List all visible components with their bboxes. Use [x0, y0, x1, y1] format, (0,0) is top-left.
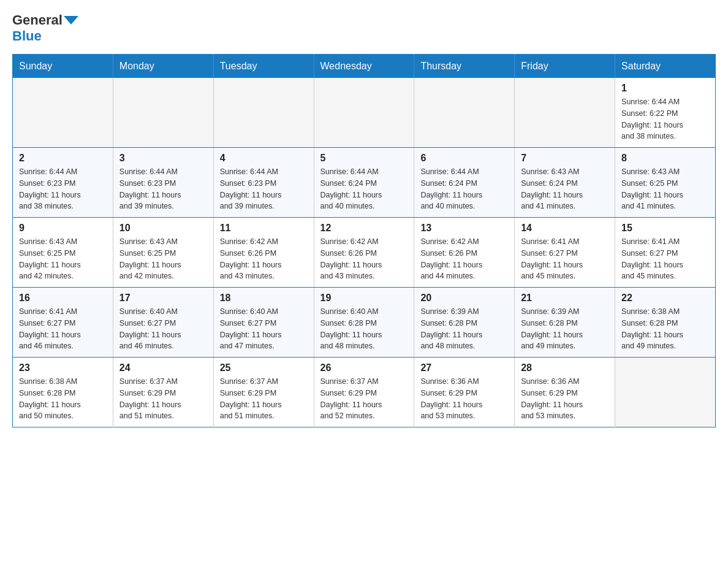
day-number: 13 [420, 223, 508, 234]
calendar-day-cell [314, 78, 414, 148]
day-sun-info: Sunrise: 6:43 AM Sunset: 6:24 PM Dayligh… [521, 166, 609, 212]
day-sun-info: Sunrise: 6:41 AM Sunset: 6:27 PM Dayligh… [621, 236, 709, 282]
calendar-day-cell: 25Sunrise: 6:37 AM Sunset: 6:29 PM Dayli… [213, 358, 314, 427]
day-number: 17 [119, 293, 207, 304]
day-number: 1 [621, 83, 709, 94]
day-number: 12 [320, 223, 408, 234]
calendar-header-row: SundayMondayTuesdayWednesdayThursdayFrid… [13, 55, 716, 79]
day-sun-info: Sunrise: 6:43 AM Sunset: 6:25 PM Dayligh… [119, 236, 207, 282]
day-number: 25 [220, 362, 308, 373]
day-of-week-header: Wednesday [314, 55, 414, 79]
calendar-day-cell: 17Sunrise: 6:40 AM Sunset: 6:27 PM Dayli… [113, 288, 213, 358]
calendar-day-cell: 13Sunrise: 6:42 AM Sunset: 6:26 PM Dayli… [414, 218, 515, 288]
day-sun-info: Sunrise: 6:44 AM Sunset: 6:22 PM Dayligh… [621, 96, 709, 142]
calendar-day-cell [414, 78, 515, 148]
day-sun-info: Sunrise: 6:40 AM Sunset: 6:28 PM Dayligh… [320, 306, 408, 352]
day-number: 8 [621, 153, 709, 164]
day-number: 16 [19, 293, 107, 304]
calendar-day-cell: 5Sunrise: 6:44 AM Sunset: 6:24 PM Daylig… [314, 148, 414, 218]
day-sun-info: Sunrise: 6:40 AM Sunset: 6:27 PM Dayligh… [119, 306, 207, 352]
day-number: 7 [521, 153, 609, 164]
day-sun-info: Sunrise: 6:44 AM Sunset: 6:24 PM Dayligh… [320, 166, 408, 212]
day-of-week-header: Saturday [615, 55, 716, 79]
day-sun-info: Sunrise: 6:40 AM Sunset: 6:27 PM Dayligh… [220, 306, 308, 352]
day-sun-info: Sunrise: 6:44 AM Sunset: 6:23 PM Dayligh… [220, 166, 308, 212]
calendar-day-cell: 26Sunrise: 6:37 AM Sunset: 6:29 PM Dayli… [314, 358, 414, 427]
page-header: General Blue [12, 12, 716, 44]
day-number: 20 [420, 293, 508, 304]
day-of-week-header: Monday [113, 55, 213, 79]
calendar-day-cell: 28Sunrise: 6:36 AM Sunset: 6:29 PM Dayli… [515, 358, 615, 427]
calendar-day-cell [13, 78, 113, 148]
calendar-day-cell [515, 78, 615, 148]
day-sun-info: Sunrise: 6:39 AM Sunset: 6:28 PM Dayligh… [420, 306, 508, 352]
day-number: 26 [320, 362, 408, 373]
day-sun-info: Sunrise: 6:44 AM Sunset: 6:23 PM Dayligh… [119, 166, 207, 212]
day-number: 3 [119, 153, 207, 164]
day-number: 4 [220, 153, 308, 164]
calendar-day-cell [213, 78, 314, 148]
day-of-week-header: Thursday [414, 55, 515, 79]
day-number: 9 [19, 223, 107, 234]
logo-blue-text: Blue [12, 28, 42, 44]
day-number: 19 [320, 293, 408, 304]
day-sun-info: Sunrise: 6:37 AM Sunset: 6:29 PM Dayligh… [119, 376, 207, 422]
day-of-week-header: Tuesday [213, 55, 314, 79]
calendar-day-cell: 24Sunrise: 6:37 AM Sunset: 6:29 PM Dayli… [113, 358, 213, 427]
day-number: 18 [220, 293, 308, 304]
logo-general-text: General [12, 12, 63, 28]
calendar-day-cell: 11Sunrise: 6:42 AM Sunset: 6:26 PM Dayli… [213, 218, 314, 288]
day-number: 11 [220, 223, 308, 234]
calendar-day-cell [615, 358, 716, 427]
day-sun-info: Sunrise: 6:37 AM Sunset: 6:29 PM Dayligh… [220, 376, 308, 422]
calendar-day-cell: 20Sunrise: 6:39 AM Sunset: 6:28 PM Dayli… [414, 288, 515, 358]
day-sun-info: Sunrise: 6:38 AM Sunset: 6:28 PM Dayligh… [19, 376, 107, 422]
day-sun-info: Sunrise: 6:43 AM Sunset: 6:25 PM Dayligh… [621, 166, 709, 212]
day-sun-info: Sunrise: 6:41 AM Sunset: 6:27 PM Dayligh… [521, 236, 609, 282]
calendar-week-row: 16Sunrise: 6:41 AM Sunset: 6:27 PM Dayli… [13, 288, 716, 358]
calendar-day-cell: 6Sunrise: 6:44 AM Sunset: 6:24 PM Daylig… [414, 148, 515, 218]
day-number: 10 [119, 223, 207, 234]
day-sun-info: Sunrise: 6:42 AM Sunset: 6:26 PM Dayligh… [320, 236, 408, 282]
day-number: 6 [420, 153, 508, 164]
day-sun-info: Sunrise: 6:43 AM Sunset: 6:25 PM Dayligh… [19, 236, 107, 282]
day-sun-info: Sunrise: 6:39 AM Sunset: 6:28 PM Dayligh… [521, 306, 609, 352]
day-number: 24 [119, 362, 207, 373]
calendar-day-cell: 2Sunrise: 6:44 AM Sunset: 6:23 PM Daylig… [13, 148, 113, 218]
calendar-day-cell: 14Sunrise: 6:41 AM Sunset: 6:27 PM Dayli… [515, 218, 615, 288]
day-number: 15 [621, 223, 709, 234]
day-number: 28 [521, 362, 609, 373]
day-sun-info: Sunrise: 6:37 AM Sunset: 6:29 PM Dayligh… [320, 376, 408, 422]
day-sun-info: Sunrise: 6:36 AM Sunset: 6:29 PM Dayligh… [521, 376, 609, 422]
calendar-day-cell: 15Sunrise: 6:41 AM Sunset: 6:27 PM Dayli… [615, 218, 716, 288]
day-number: 22 [621, 293, 709, 304]
day-sun-info: Sunrise: 6:36 AM Sunset: 6:29 PM Dayligh… [420, 376, 508, 422]
calendar-day-cell: 21Sunrise: 6:39 AM Sunset: 6:28 PM Dayli… [515, 288, 615, 358]
calendar-day-cell [113, 78, 213, 148]
calendar-week-row: 9Sunrise: 6:43 AM Sunset: 6:25 PM Daylig… [13, 218, 716, 288]
day-number: 23 [19, 362, 107, 373]
calendar-day-cell: 18Sunrise: 6:40 AM Sunset: 6:27 PM Dayli… [213, 288, 314, 358]
day-number: 5 [320, 153, 408, 164]
day-sun-info: Sunrise: 6:42 AM Sunset: 6:26 PM Dayligh… [420, 236, 508, 282]
calendar-day-cell: 19Sunrise: 6:40 AM Sunset: 6:28 PM Dayli… [314, 288, 414, 358]
calendar-day-cell: 22Sunrise: 6:38 AM Sunset: 6:28 PM Dayli… [615, 288, 716, 358]
day-number: 2 [19, 153, 107, 164]
calendar-day-cell: 7Sunrise: 6:43 AM Sunset: 6:24 PM Daylig… [515, 148, 615, 218]
day-sun-info: Sunrise: 6:38 AM Sunset: 6:28 PM Dayligh… [621, 306, 709, 352]
calendar-day-cell: 4Sunrise: 6:44 AM Sunset: 6:23 PM Daylig… [213, 148, 314, 218]
calendar-day-cell: 27Sunrise: 6:36 AM Sunset: 6:29 PM Dayli… [414, 358, 515, 427]
day-of-week-header: Friday [515, 55, 615, 79]
day-sun-info: Sunrise: 6:44 AM Sunset: 6:23 PM Dayligh… [19, 166, 107, 212]
logo: General Blue [12, 12, 80, 44]
calendar-table: SundayMondayTuesdayWednesdayThursdayFrid… [12, 54, 716, 427]
calendar-day-cell: 16Sunrise: 6:41 AM Sunset: 6:27 PM Dayli… [13, 288, 113, 358]
day-number: 14 [521, 223, 609, 234]
day-of-week-header: Sunday [13, 55, 113, 79]
calendar-week-row: 1Sunrise: 6:44 AM Sunset: 6:22 PM Daylig… [13, 78, 716, 148]
day-sun-info: Sunrise: 6:41 AM Sunset: 6:27 PM Dayligh… [19, 306, 107, 352]
logo-triangle-icon [64, 16, 78, 25]
calendar-week-row: 23Sunrise: 6:38 AM Sunset: 6:28 PM Dayli… [13, 358, 716, 427]
calendar-week-row: 2Sunrise: 6:44 AM Sunset: 6:23 PM Daylig… [13, 148, 716, 218]
calendar-day-cell: 1Sunrise: 6:44 AM Sunset: 6:22 PM Daylig… [615, 78, 716, 148]
